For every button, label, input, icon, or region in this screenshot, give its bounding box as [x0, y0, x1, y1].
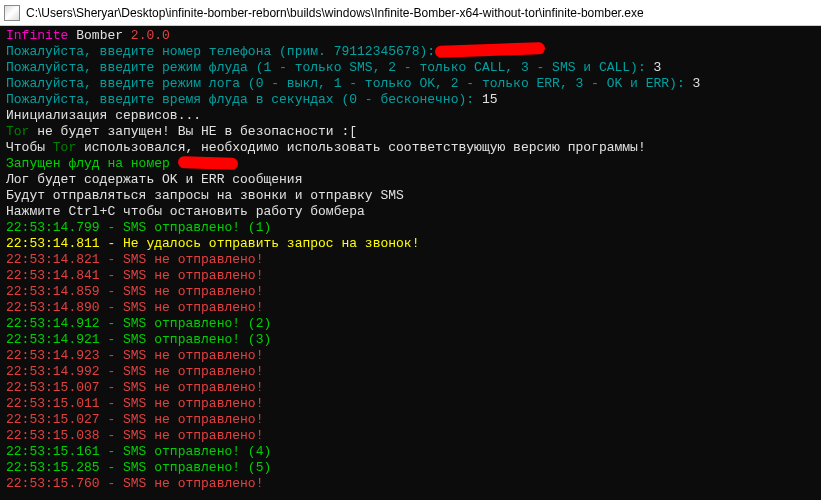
log-container: 22:53:14.799 - SMS отправлено! (1)22:53:… — [6, 220, 815, 492]
prompt-flood-time: Пожалуйста, введите время флуда в секунд… — [6, 92, 815, 108]
log-entry: 22:53:15.038 - SMS не отправлено! — [6, 428, 263, 443]
log-entry: 22:53:15.760 - SMS не отправлено! — [6, 476, 263, 491]
log-line: 22:53:14.923 - SMS не отправлено! — [6, 348, 815, 364]
send-note: Будут отправляться запросы на звонки и о… — [6, 188, 815, 204]
prompt-flood-time-text: Пожалуйста, введите время флуда в секунд… — [6, 92, 482, 107]
prompt-flood-mode-val: 3 — [654, 60, 662, 75]
log-entry: 22:53:14.912 - SMS отправлено! (2) — [6, 316, 271, 331]
redacted-phone — [435, 42, 545, 58]
window-title: C:\Users\Sheryar\Desktop\infinite-bomber… — [26, 6, 644, 20]
init-services: Инициализация сервисов... — [6, 108, 815, 124]
log-line: 22:53:15.038 - SMS не отправлено! — [6, 428, 815, 444]
tor-hint-word: Tor — [53, 140, 76, 155]
log-entry: 22:53:14.811 - Не удалось отправить запр… — [6, 236, 419, 251]
terminal-output[interactable]: Infinite Bomber 2.0.0 Пожалуйста, введит… — [0, 26, 821, 500]
log-line: 22:53:14.912 - SMS отправлено! (2) — [6, 316, 815, 332]
log-line: 22:53:15.007 - SMS не отправлено! — [6, 380, 815, 396]
prompt-log-mode: Пожалуйста, введите режим лога (0 - выкл… — [6, 76, 815, 92]
log-entry: 22:53:15.027 - SMS не отправлено! — [6, 412, 263, 427]
redacted-number — [177, 156, 237, 170]
log-line: 22:53:14.859 - SMS не отправлено! — [6, 284, 815, 300]
window-titlebar[interactable]: C:\Users\Sheryar\Desktop\infinite-bomber… — [0, 0, 821, 26]
log-entry: 22:53:15.161 - SMS отправлено! (4) — [6, 444, 271, 459]
log-line: 22:53:14.811 - Не удалось отправить запр… — [6, 236, 815, 252]
flood-started-text: Запущен флуд на номер — [6, 156, 178, 171]
log-entry: 22:53:14.821 - SMS не отправлено! — [6, 252, 263, 267]
log-line: 22:53:15.760 - SMS не отправлено! — [6, 476, 815, 492]
ctrlc-note: Нажмите Ctrl+C чтобы остановить работу б… — [6, 204, 815, 220]
flood-started: Запущен флуд на номер — [6, 156, 815, 172]
log-line: 22:53:14.921 - SMS отправлено! (3) — [6, 332, 815, 348]
log-line: 22:53:15.027 - SMS не отправлено! — [6, 412, 815, 428]
log-entry: 22:53:15.285 - SMS отправлено! (5) — [6, 460, 271, 475]
log-line: 22:53:14.992 - SMS не отправлено! — [6, 364, 815, 380]
tor-word: Tor — [6, 124, 29, 139]
log-line: 22:53:15.285 - SMS отправлено! (5) — [6, 460, 815, 476]
log-entry: 22:53:15.007 - SMS не отправлено! — [6, 380, 263, 395]
log-line: 22:53:15.011 - SMS не отправлено! — [6, 396, 815, 412]
app-icon — [4, 5, 20, 21]
log-entry: 22:53:14.923 - SMS не отправлено! — [6, 348, 263, 363]
prompt-phone: Пожалуйста, введите номер телефона (прим… — [6, 44, 815, 60]
log-entry: 22:53:14.799 - SMS отправлено! (1) — [6, 220, 271, 235]
banner-rest: Bomber — [68, 28, 130, 43]
log-line: 22:53:14.821 - SMS не отправлено! — [6, 252, 815, 268]
log-entry: 22:53:14.841 - SMS не отправлено! — [6, 268, 263, 283]
log-note: Лог будет содержать OK и ERR сообщения — [6, 172, 815, 188]
log-entry: 22:53:14.890 - SMS не отправлено! — [6, 300, 263, 315]
log-line: 22:53:14.799 - SMS отправлено! (1) — [6, 220, 815, 236]
tor-warning: Tor не будет запущен! Вы НЕ в безопаснос… — [6, 124, 815, 140]
tor-hint: Чтобы Tor использовался, необходимо испо… — [6, 140, 815, 156]
log-line: 22:53:14.841 - SMS не отправлено! — [6, 268, 815, 284]
banner-name: Infinite — [6, 28, 68, 43]
prompt-flood-mode: Пожалуйста, введите режим флуда (1 - тол… — [6, 60, 815, 76]
banner-version: 2.0.0 — [131, 28, 170, 43]
prompt-log-mode-val: 3 — [693, 76, 701, 91]
log-entry: 22:53:15.011 - SMS не отправлено! — [6, 396, 263, 411]
banner-line: Infinite Bomber 2.0.0 — [6, 28, 815, 44]
tor-hint-pre: Чтобы — [6, 140, 53, 155]
log-line: 22:53:15.161 - SMS отправлено! (4) — [6, 444, 815, 460]
tor-hint-post: использовался, необходимо использовать с… — [76, 140, 646, 155]
prompt-flood-mode-text: Пожалуйста, введите режим флуда (1 - тол… — [6, 60, 654, 75]
log-entry: 22:53:14.921 - SMS отправлено! (3) — [6, 332, 271, 347]
prompt-phone-text: Пожалуйста, введите номер телефона (прим… — [6, 44, 435, 59]
log-line: 22:53:14.890 - SMS не отправлено! — [6, 300, 815, 316]
prompt-flood-time-val: 15 — [482, 92, 498, 107]
prompt-log-mode-text: Пожалуйста, введите режим лога (0 - выкл… — [6, 76, 693, 91]
tor-rest: не будет запущен! Вы НЕ в безопасности :… — [29, 124, 357, 139]
log-entry: 22:53:14.992 - SMS не отправлено! — [6, 364, 263, 379]
log-entry: 22:53:14.859 - SMS не отправлено! — [6, 284, 263, 299]
